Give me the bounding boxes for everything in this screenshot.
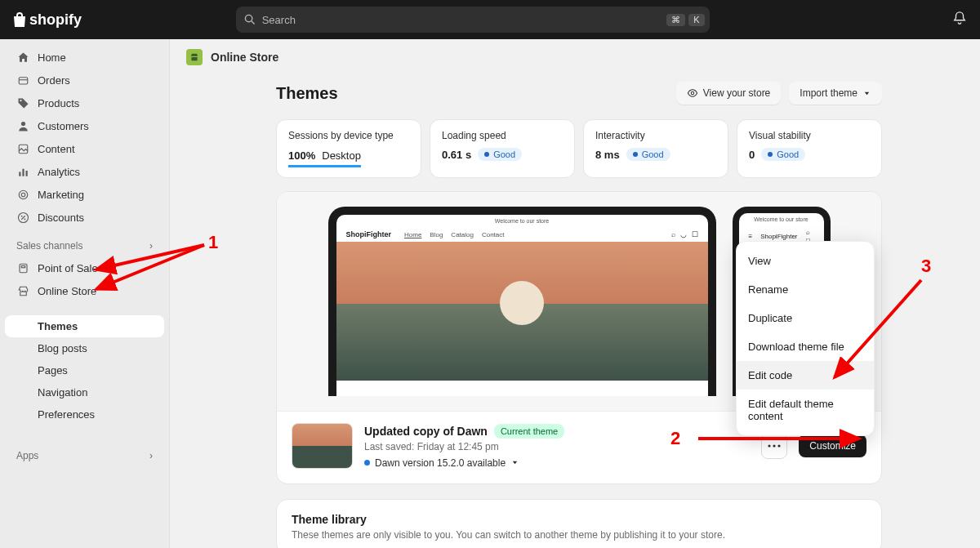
- sidebar-item-online-store[interactable]: Online Store: [5, 279, 164, 302]
- subnav-blogposts[interactable]: Blog posts: [5, 337, 164, 359]
- theme-version-row[interactable]: Dawn version 15.2.0 available: [364, 457, 750, 469]
- button-label: Import theme: [800, 87, 858, 99]
- pos-icon: [16, 261, 29, 274]
- store-nav-link: Catalog: [451, 231, 474, 238]
- sidebar-item-label: Analytics: [38, 166, 80, 178]
- metric-title: Loading speed: [442, 130, 563, 141]
- metric-badge: Good: [478, 148, 522, 161]
- notification-bell-icon[interactable]: [952, 11, 967, 29]
- metric-sessions[interactable]: Sessions by device type 100%Desktop: [276, 119, 421, 178]
- theme-name: Updated copy of Dawn: [364, 425, 488, 438]
- store-nav-link: Home: [404, 231, 421, 238]
- home-icon: [16, 51, 29, 64]
- orders-icon: [16, 74, 29, 87]
- svg-point-13: [768, 444, 771, 447]
- svg-rect-6: [25, 171, 27, 176]
- metrics-row: Sessions by device type 100%Desktop Load…: [276, 119, 882, 178]
- menu-item-duplicate[interactable]: Duplicate: [737, 304, 874, 332]
- sidebar-item-label: Navigation: [38, 386, 87, 399]
- search-kbd: ⌘K: [666, 14, 704, 26]
- topbar: shopify Search ⌘K: [0, 0, 980, 39]
- view-store-button[interactable]: View your store: [676, 82, 781, 105]
- sidebar-item-marketing[interactable]: Marketing: [5, 183, 164, 206]
- menu-item-download[interactable]: Download theme file: [737, 332, 874, 361]
- shopping-bag-icon: [13, 12, 26, 27]
- current-theme-badge: Current theme: [494, 424, 564, 439]
- import-theme-button[interactable]: Import theme: [789, 82, 882, 105]
- store-brand: ShopiFighter: [346, 230, 392, 238]
- subnav-pages[interactable]: Pages: [5, 359, 164, 381]
- menu-item-edit-code[interactable]: Edit code: [737, 361, 874, 390]
- subnav-preferences[interactable]: Preferences: [5, 403, 164, 425]
- sidebar-item-customers[interactable]: Customers: [5, 114, 164, 137]
- svg-point-0: [245, 15, 252, 21]
- search-icon: [244, 14, 256, 25]
- chevron-down-icon: [862, 89, 871, 98]
- desktop-preview[interactable]: Welcome to our store ShopiFighter Home B…: [328, 207, 716, 396]
- main-content: Online Store Themes View your store Impo…: [170, 39, 980, 548]
- metric-badge: Good: [761, 148, 805, 161]
- theme-last-saved: Last saved: Friday at 12:45 pm: [364, 441, 750, 452]
- hamburger-icon: ≡: [749, 233, 753, 240]
- metric-value: 8 ms: [595, 149, 620, 161]
- sidebar-item-label: Marketing: [38, 189, 84, 201]
- menu-item-view[interactable]: View: [737, 247, 874, 275]
- menu-item-edit-default[interactable]: Edit default theme content: [737, 390, 874, 430]
- sidebar-item-label: Orders: [38, 74, 70, 87]
- metric-stability[interactable]: Visual stability 0Good: [737, 119, 882, 178]
- store-announcement: Welcome to our store: [739, 213, 824, 225]
- metric-interactivity[interactable]: Interactivity 8 msGood: [583, 119, 728, 178]
- sidebar-item-products[interactable]: Products: [5, 91, 164, 114]
- svg-point-14: [773, 444, 776, 447]
- customize-button[interactable]: Customize: [799, 434, 866, 457]
- title-bar: Themes View your store Import theme: [276, 82, 882, 105]
- sales-channels-heading: Sales channels›: [5, 229, 164, 256]
- svg-point-7: [19, 190, 28, 199]
- marketing-icon: [16, 188, 29, 201]
- sidebar: Home Orders Products Customers Content A…: [0, 39, 170, 548]
- menu-item-rename[interactable]: Rename: [737, 275, 874, 304]
- search-icon: ⌕: [806, 229, 810, 236]
- metric-loading[interactable]: Loading speed 0.61 sGood: [430, 119, 575, 178]
- sidebar-item-label: Home: [38, 51, 66, 64]
- library-desc: These themes are only visible to you. Yo…: [292, 529, 866, 541]
- chevron-right-icon[interactable]: ›: [149, 240, 153, 252]
- svg-rect-4: [19, 172, 20, 176]
- sidebar-item-label: Products: [38, 97, 79, 109]
- sidebar-item-analytics[interactable]: Analytics: [5, 160, 164, 183]
- sidebar-item-orders[interactable]: Orders: [5, 69, 164, 91]
- store-icon: [16, 284, 29, 297]
- sidebar-item-home[interactable]: Home: [5, 46, 164, 69]
- sidebar-item-discounts[interactable]: Discounts: [5, 206, 164, 229]
- svg-rect-10: [20, 264, 27, 273]
- store-brand: ShopiFighter: [760, 233, 797, 240]
- page-breadcrumb: Online Store: [170, 39, 980, 75]
- svg-point-12: [691, 91, 694, 95]
- svg-point-2: [20, 121, 24, 125]
- eye-icon: [687, 87, 698, 99]
- metric-badge: Good: [626, 148, 670, 161]
- update-dot-icon: [364, 460, 370, 466]
- sidebar-item-label: Customers: [38, 120, 89, 132]
- svg-rect-11: [21, 265, 25, 267]
- chevron-down-icon: [510, 458, 519, 467]
- sidebar-item-content[interactable]: Content: [5, 137, 164, 160]
- apps-heading[interactable]: Apps›: [5, 439, 164, 466]
- analytics-icon: [16, 165, 29, 178]
- person-icon: ◡: [680, 230, 687, 238]
- subnav-navigation[interactable]: Navigation: [5, 381, 164, 403]
- more-horizontal-icon: [768, 444, 781, 448]
- svg-point-15: [778, 444, 781, 447]
- store-nav-link: Contact: [482, 231, 505, 238]
- search-input[interactable]: Search ⌘K: [236, 7, 710, 33]
- sidebar-item-label: Themes: [38, 320, 78, 332]
- theme-more-button[interactable]: [761, 433, 787, 459]
- search-icon: ⌕: [671, 230, 675, 238]
- sidebar-item-label: Point of Sale: [38, 262, 98, 274]
- svg-rect-1: [19, 77, 28, 83]
- sidebar-item-label: Discounts: [38, 212, 84, 224]
- search-placeholder: Search: [262, 14, 296, 26]
- subnav-themes[interactable]: Themes: [5, 315, 164, 337]
- current-theme-card: Welcome to our store ShopiFighter Home B…: [276, 191, 882, 484]
- sidebar-item-pos[interactable]: Point of Sale: [5, 256, 164, 279]
